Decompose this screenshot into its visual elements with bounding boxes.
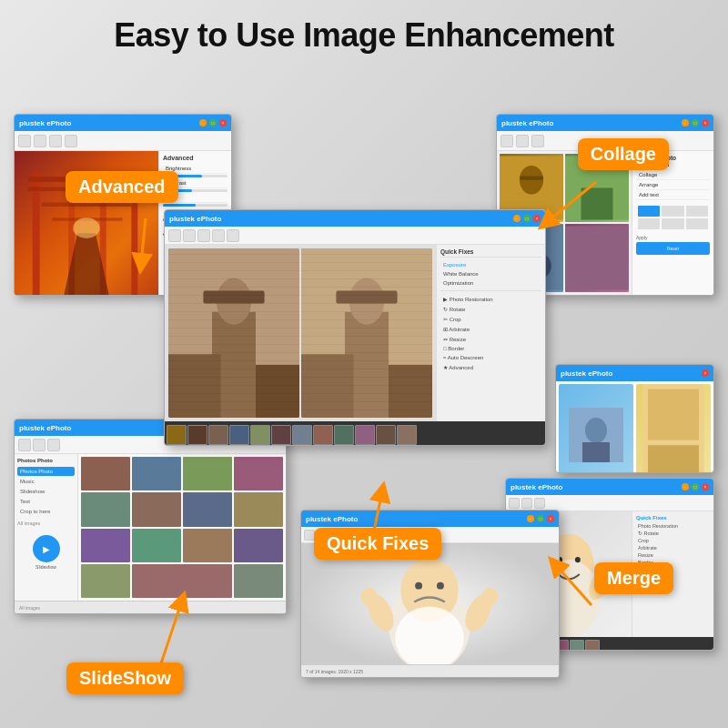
toolbar-edit[interactable] [49,135,62,147]
layout-opt-4[interactable] [638,218,660,229]
toolbar-extra[interactable] [65,135,77,147]
merge-tb-1[interactable] [509,498,520,509]
maximize-btn-collage[interactable]: □ [692,119,699,126]
thumb-3[interactable] [208,425,228,445]
ss-slideshow-btn[interactable]: ▶ Slideshow [17,535,75,570]
ss-nav-music[interactable]: Music [17,477,75,486]
qf-crop[interactable]: ✂ Crop [440,314,541,324]
qf-rotate[interactable]: ↻ Rotate [440,304,541,314]
maximize-btn-qf[interactable]: □ [523,215,531,222]
collage-toolbar-3[interactable] [531,135,544,147]
ss-nav-crop[interactable]: Crop to here [17,507,75,516]
thumb-8[interactable] [313,425,333,445]
ss-cell-1[interactable] [81,457,130,490]
layout-opt-6[interactable] [686,218,708,229]
ss-cell-2[interactable] [132,457,181,490]
qf-toolbar-5[interactable] [227,229,239,242]
collage-option-2[interactable]: Arrange [636,180,710,190]
collage-option-3[interactable]: Add text [636,190,710,200]
ss-cell-4[interactable] [234,457,283,490]
maximize-btn-merge[interactable]: □ [692,483,699,490]
minimize-btn-baby[interactable]: − [527,515,534,522]
qf-whitebalance[interactable]: White Balance [440,269,541,278]
ss-cell-5[interactable] [81,492,130,526]
qf-optimization[interactable]: Optimization [440,278,541,288]
qf-autodescreen[interactable]: ≈ Auto Descreen [440,353,541,362]
ss-toolbar-2[interactable] [33,439,46,451]
merge-crop[interactable]: Crop [636,537,710,544]
thumb-12[interactable] [397,425,417,445]
qf-advanced[interactable]: ★ Advanced [440,362,541,372]
ss-cell-3[interactable] [183,457,232,490]
close-btn-collage[interactable]: × [702,119,709,126]
qf-toolbar-1[interactable] [168,229,181,242]
qf-resize[interactable]: ⇔ Resize [440,334,541,344]
layout-opt-3[interactable] [686,206,708,217]
thumb-1[interactable] [167,425,187,445]
minimize-btn-qf[interactable]: − [513,215,521,222]
toolbar-share[interactable] [34,135,46,147]
merge-thumb-6[interactable] [585,640,600,651]
thumb-10[interactable] [355,425,375,445]
toolbar-back[interactable] [18,135,31,147]
merge-tb-3[interactable] [534,498,545,509]
thumb-11[interactable] [376,425,396,445]
ss-play-circle[interactable]: ▶ [33,535,60,562]
ss-toolbar-3[interactable] [47,439,60,451]
close-btn-qf[interactable]: × [533,215,541,222]
collage-reset-btn[interactable]: Reset [636,242,710,255]
ss-cell-13[interactable] [81,564,130,598]
thumb-4[interactable] [229,425,249,445]
ss-toolbar-1[interactable] [18,439,31,451]
merge-arbitrate[interactable]: Arbitrate [636,544,710,551]
qf-toolbar-2[interactable] [183,229,196,242]
merge-thumb-5[interactable] [570,640,584,651]
qf-toolbar-4[interactable] [212,229,225,242]
ss-cell-10[interactable] [132,529,181,562]
minimize-btn-collage[interactable]: − [682,119,689,126]
collage-option-1[interactable]: Collage [636,170,710,180]
merge-tb-2[interactable] [521,498,532,509]
qf-exposure[interactable]: Exposure [440,260,541,269]
collage-titlebar: plustek ePhoto − □ × [497,115,713,131]
thumb-5[interactable] [250,425,270,445]
collage-toolbar-1[interactable] [500,135,513,147]
qf-border[interactable]: □ Border [440,344,541,353]
close-btn-merge[interactable]: × [702,483,709,490]
qf-photorestore[interactable]: ▶ Photo Restoration [440,294,541,304]
ss-nav-slideshow[interactable]: Slideshow [17,487,75,496]
merge-photo-restore[interactable]: Photo Restoration [636,522,710,530]
layout-opt-5[interactable] [662,218,683,229]
qf-arbitrate[interactable]: ⊞ Arbitrate [440,324,541,334]
merge-resize[interactable]: Resize [636,551,710,559]
thumb-6[interactable] [271,425,291,445]
qf-toolbar-3[interactable] [197,229,210,242]
hue-slider[interactable] [163,204,228,207]
layout-opt-1[interactable] [638,206,660,217]
ss-cell-14[interactable] [132,564,232,598]
ss-cell-12[interactable] [234,529,283,562]
minimize-btn-merge[interactable]: − [682,483,689,490]
collage-reset-label: Reset [667,246,679,251]
ss-cell-16[interactable] [234,564,283,598]
close-btn-merge-top[interactable]: × [702,369,709,377]
merge-rotate[interactable]: ↻ Rotate [636,530,710,537]
close-btn-baby[interactable]: × [547,515,554,522]
maximize-btn-advanced[interactable]: □ [209,119,217,126]
ss-cell-9[interactable] [81,529,130,562]
thumb-7[interactable] [292,425,312,445]
ss-cell-11[interactable] [183,529,232,562]
thumb-9[interactable] [334,425,354,445]
thumb-2[interactable] [187,425,207,445]
ss-cell-8[interactable] [234,492,283,526]
ss-cell-7[interactable] [183,492,232,526]
ss-nav-text[interactable]: Text [17,497,75,506]
merge-badge-text: Merge [607,568,661,588]
close-btn-advanced[interactable]: × [219,119,227,126]
layout-opt-2[interactable] [662,206,683,217]
ss-cell-6[interactable] [132,492,181,526]
collage-toolbar-2[interactable] [516,135,529,147]
ss-nav-photos[interactable]: Photos Photo [17,467,75,476]
maximize-btn-baby[interactable]: □ [537,515,544,522]
minimize-btn-advanced[interactable]: − [199,119,207,126]
